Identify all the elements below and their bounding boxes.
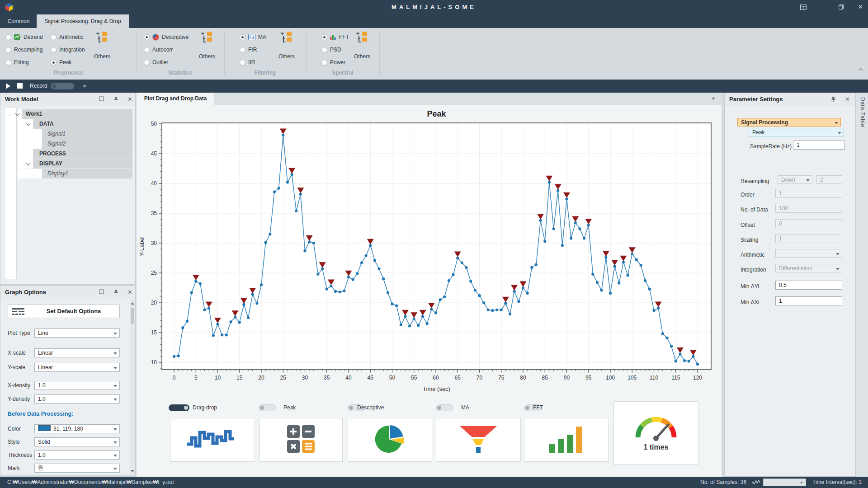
tab-signal-processing-drag-drop[interactable]: Signal Processing: Drag & Drop (37, 14, 129, 28)
field-select-plot-type[interactable]: Line (34, 328, 120, 338)
status-select[interactable] (763, 479, 806, 486)
radio-resampling[interactable] (5, 47, 11, 53)
ribbon-item-label: Fitting (14, 59, 29, 66)
param-select-resampling[interactable]: Down (778, 175, 812, 184)
ribbon-item-ma[interactable]: x̄MA (240, 33, 266, 42)
ribbon-item-iir[interactable]: IIR (240, 58, 255, 67)
card-gauge[interactable]: 1 times (613, 401, 698, 465)
radio-autocorr[interactable] (144, 47, 150, 53)
field-select-x-scale[interactable]: Linear (34, 348, 120, 357)
ribbon-item-outlier[interactable]: Outlier (144, 58, 168, 67)
ribbon-item-psd[interactable]: PSD (321, 45, 341, 54)
category-select[interactable]: Signal Processing (737, 118, 841, 127)
field-select-style[interactable]: Solid (34, 437, 120, 446)
pin-icon[interactable] (831, 96, 836, 102)
field-select-color[interactable]: 31, 119, 180 (34, 424, 120, 433)
card-funnel[interactable] (436, 418, 521, 462)
ribbon-item-autocorr[interactable]: Autocorr (144, 45, 173, 54)
radio-detrend[interactable] (5, 34, 11, 40)
restore-panel-icon[interactable] (99, 96, 104, 101)
tree-item-signal2[interactable]: Signal2 (47, 139, 66, 149)
radio-power[interactable] (321, 60, 327, 66)
param-input-order[interactable]: 1 (775, 189, 842, 198)
field-select-y-scale[interactable]: Linear (34, 363, 120, 372)
toggle-drag-drop[interactable] (169, 404, 189, 411)
field-select-y-density[interactable]: 1.0 (34, 394, 120, 404)
radio-arithmetic[interactable] (51, 34, 57, 40)
record-toggle[interactable] (51, 83, 74, 89)
card-calculator[interactable] (259, 418, 343, 462)
field-select-mark[interactable]: 원 (34, 464, 120, 473)
method-select[interactable]: Peak (749, 128, 844, 136)
others-button[interactable]: Others (349, 32, 375, 61)
tab-plot-drag-drop[interactable]: Plot Drag and Drop Data (137, 93, 214, 105)
radio-iir[interactable] (240, 60, 245, 66)
record-dropdown-icon[interactable] (83, 85, 86, 88)
play-icon[interactable] (5, 83, 11, 89)
pin-icon[interactable] (113, 289, 118, 295)
card-pie-chart[interactable] (348, 418, 432, 462)
radio-fir[interactable] (240, 47, 245, 53)
tab-common[interactable]: Common (2, 14, 35, 28)
pin-icon[interactable] (113, 96, 118, 102)
ribbon-item-fft[interactable]: FFT (321, 33, 349, 42)
minimize-button[interactable]: ─ (814, 0, 829, 14)
param-input-resampling-factor[interactable]: 2 (816, 175, 842, 184)
others-icon (90, 32, 115, 45)
chevron-down-icon[interactable] (712, 98, 715, 100)
param-select-integration[interactable]: Differentiation (775, 264, 842, 272)
ribbon-item-arithmetic[interactable]: Arithmetic (51, 33, 83, 42)
close-panel-icon[interactable]: ✕ (845, 93, 850, 106)
tree-item-data[interactable]: DATA (39, 119, 54, 129)
restore-panel-icon[interactable] (99, 289, 104, 294)
radio-fitting[interactable] (5, 60, 11, 66)
others-button[interactable]: Others (274, 32, 299, 61)
param-input-offset[interactable]: 0 (775, 219, 842, 228)
tree-item-signal1[interactable]: Signal1 (47, 129, 66, 139)
radio-integration[interactable] (51, 47, 57, 53)
ribbon-item-fir[interactable]: FIR (240, 45, 257, 54)
tree-item-work1[interactable]: Work1 (26, 109, 42, 119)
close-button[interactable]: ✕ (853, 0, 868, 14)
toggle-ma[interactable] (436, 404, 453, 411)
param-input-no-of-data[interactable]: 100 (775, 204, 842, 213)
maximize-button[interactable] (833, 0, 849, 14)
tree-item-display1[interactable]: Display1 (47, 169, 68, 178)
tree-item-process[interactable]: PROCESS (39, 149, 66, 159)
others-button[interactable]: Others (194, 32, 220, 61)
card-signal[interactable] (170, 418, 255, 462)
param-input-min-xi[interactable]: 1 (775, 296, 842, 305)
stop-icon[interactable] (17, 83, 23, 89)
ribbon-item-descriptive[interactable]: Descriptive (144, 33, 189, 42)
ribbon-item-power[interactable]: Power (321, 58, 345, 67)
peak-chart[interactable]: 1015202530354045500510152025303540455055… (137, 105, 722, 404)
set-default-options-button[interactable]: Set Default Options (8, 305, 120, 318)
field-select-thickness[interactable]: 1.0 (34, 450, 120, 460)
ribbon-item-detrend[interactable]: Detrend (5, 33, 43, 42)
radio-fft[interactable] (321, 34, 327, 40)
param-select-arithmetic[interactable] (775, 249, 842, 258)
close-panel-icon[interactable]: ✕ (127, 286, 132, 299)
param-input-scaling[interactable]: 1 (775, 234, 842, 243)
param-input-min-yi[interactable]: 0.5 (775, 281, 842, 290)
layout-grid-icon[interactable] (796, 0, 811, 14)
chevron-up-icon[interactable] (857, 68, 863, 72)
toggle-peak[interactable] (259, 404, 276, 411)
radio-psd[interactable] (321, 47, 327, 53)
graph-options-scrollbar[interactable] (130, 300, 135, 475)
field-select-x-density[interactable]: 1.0 (34, 381, 120, 390)
others-button[interactable]: Others (90, 32, 115, 61)
param-input-samplerate-hz-[interactable]: 1 (793, 141, 844, 150)
ribbon-item-resampling[interactable]: Resampling (5, 45, 42, 54)
tab-data-table[interactable]: Data Table (859, 97, 866, 127)
radio-outlier[interactable] (144, 60, 150, 66)
radio-descriptive[interactable] (144, 34, 150, 40)
radio-ma[interactable] (240, 34, 245, 40)
radio-peak[interactable] (51, 60, 57, 66)
ribbon-item-integration[interactable]: Integration (51, 45, 85, 54)
ribbon-item-fitting[interactable]: Fitting (5, 58, 29, 67)
close-panel-icon[interactable]: ✕ (127, 93, 132, 106)
tree-item-display[interactable]: DISPLAY (39, 159, 62, 169)
ribbon-item-peak[interactable]: Peak (51, 58, 71, 67)
card-bar-chart[interactable] (524, 418, 609, 462)
